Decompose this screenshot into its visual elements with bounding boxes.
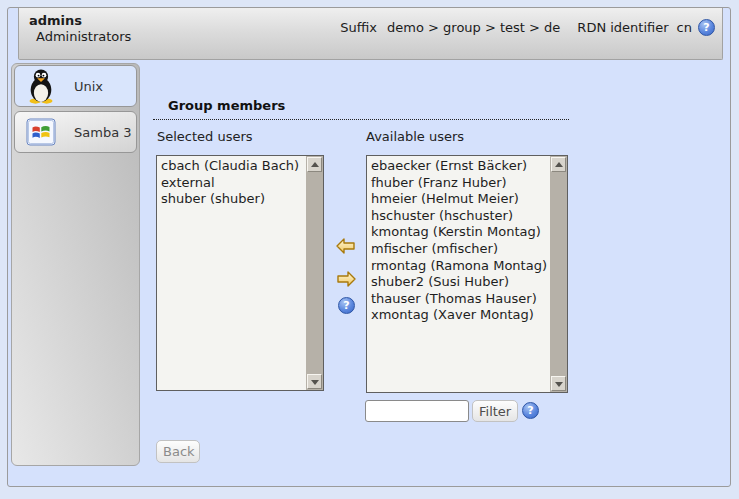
suffix-breadcrumb: demo > group > test > de <box>387 20 560 35</box>
triangle-up-icon <box>311 162 319 167</box>
available-users-listbox[interactable]: ebaecker (Ernst Bäcker)fhuber (Franz Hub… <box>366 155 568 393</box>
available-users-label: Available users <box>366 129 464 144</box>
members-help-icon[interactable]: ? <box>338 297 355 314</box>
triangle-down-icon <box>555 382 563 387</box>
back-button[interactable]: Back <box>156 440 200 463</box>
tab-unix-label: Unix <box>74 79 103 94</box>
arrow-left-icon <box>336 237 356 255</box>
selected-users-listbox[interactable]: cbach (Claudia Bach)externalshuber (shub… <box>156 155 324 391</box>
scroll-up-button[interactable] <box>551 157 566 172</box>
list-item[interactable]: shuber (shuber) <box>161 191 306 208</box>
selected-users-label: Selected users <box>157 129 253 144</box>
tab-samba-3[interactable]: Samba 3 <box>14 111 137 153</box>
suffix-label: Suffix <box>340 20 377 35</box>
list-item[interactable]: cbach (Claudia Bach) <box>161 158 306 175</box>
list-item[interactable]: mfischer (mfischer) <box>371 241 550 258</box>
triangle-up-icon <box>555 162 563 167</box>
scroll-down-button[interactable] <box>551 376 566 391</box>
list-item[interactable]: external <box>161 175 306 192</box>
tab-samba-3-label: Samba 3 <box>74 125 132 140</box>
remove-users-button[interactable] <box>336 270 356 288</box>
list-item[interactable]: shuber2 (Susi Huber) <box>371 274 550 291</box>
rdn-identifier-value: cn <box>677 20 692 35</box>
list-item[interactable]: ebaecker (Ernst Bäcker) <box>371 158 550 175</box>
list-item[interactable]: kmontag (Kerstin Montag) <box>371 224 550 241</box>
filter-button[interactable]: Filter <box>472 400 518 422</box>
header-identity: admins Administrators <box>29 13 131 45</box>
selected-users-list: cbach (Claudia Bach)externalshuber (shub… <box>157 156 306 390</box>
list-item[interactable]: hmeier (Helmut Meier) <box>371 191 550 208</box>
rdn-help-icon[interactable]: ? <box>698 19 715 36</box>
page-title: admins <box>29 13 131 29</box>
arrow-right-icon <box>336 270 356 288</box>
header-bar: admins Administrators Suffix demo > grou… <box>18 8 723 60</box>
page-subtitle: Administrators <box>29 29 131 45</box>
scroll-up-button[interactable] <box>307 157 322 172</box>
section-title-group-members: Group members <box>153 98 569 120</box>
tux-penguin-icon <box>26 68 56 104</box>
list-item[interactable]: xmontag (Xaver Montag) <box>371 307 550 324</box>
list-item[interactable]: fhuber (Franz Huber) <box>371 175 550 192</box>
add-users-button[interactable] <box>336 237 356 255</box>
triangle-down-icon <box>311 380 319 385</box>
list-item[interactable]: thauser (Thomas Hauser) <box>371 291 550 308</box>
main-window: admins Administrators Suffix demo > grou… <box>7 7 731 487</box>
header-meta: Suffix demo > group > test > de RDN iden… <box>340 19 715 36</box>
rdn-identifier-label: RDN identifier <box>577 20 668 35</box>
scroll-down-button[interactable] <box>307 374 322 389</box>
list-item[interactable]: hschuster (hschuster) <box>371 208 550 225</box>
available-users-scrollbar[interactable] <box>550 156 567 392</box>
tab-unix[interactable]: Unix <box>14 65 137 107</box>
filter-help-icon[interactable]: ? <box>522 402 539 419</box>
windows-logo-icon <box>26 118 56 146</box>
list-item[interactable]: rmontag (Ramona Montag) <box>371 258 550 275</box>
available-users-list: ebaecker (Ernst Bäcker)fhuber (Franz Hub… <box>367 156 550 392</box>
selected-users-scrollbar[interactable] <box>306 156 323 390</box>
module-sidebar: Unix Samba 3 <box>11 63 140 466</box>
filter-input[interactable] <box>365 400 469 422</box>
